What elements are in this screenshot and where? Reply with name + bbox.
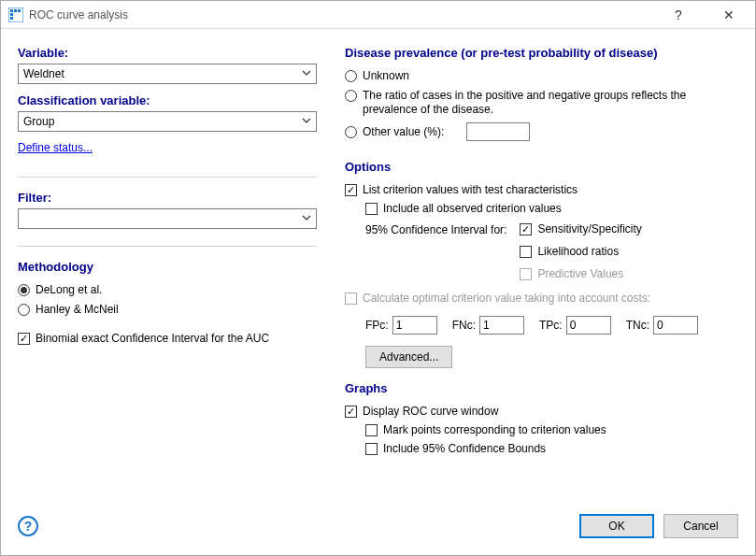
fpc-label: FPc: [365,319,389,332]
check-ci-pv [520,268,532,280]
ci-label: 95% Confidence Interval for: [365,222,506,236]
check-binomial-ci[interactable] [18,333,30,345]
prev-other-input[interactable] [466,122,530,141]
chevron-down-icon [301,212,312,223]
classvar-select[interactable]: Group [18,111,317,132]
options-label: Options [345,160,738,174]
check-display-roc[interactable] [345,406,357,418]
check-list-criterion[interactable] [345,184,357,196]
check-calc-optimal [345,292,357,305]
radio-prev-other[interactable] [345,126,357,138]
footer: ? OK Cancel [1,508,755,555]
radio-prev-ratio-label: The ratio of cases in the positive and n… [363,89,699,117]
tnc-input[interactable] [653,316,698,335]
filter-label: Filter: [18,191,317,205]
divider [18,177,317,178]
classvar-label: Classification variable: [18,93,317,107]
close-button[interactable]: ✕ [710,7,748,22]
check-ci-sens[interactable] [520,223,532,235]
check-ci-lr-label: Likelihood ratios [537,245,619,258]
graphs-label: Graphs [345,381,738,395]
titlebar: ROC curve analysis ? ✕ [1,1,755,29]
radio-prev-ratio[interactable] [345,90,357,102]
define-status-link[interactable]: Define status... [18,141,317,154]
check-display-roc-label: Display ROC curve window [363,405,498,418]
variable-value: Weldnet [23,67,64,80]
prevalence-label: Disease prevalence (or pre-test probabil… [345,46,738,60]
check-include-all[interactable] [365,203,378,215]
help-button[interactable]: ? [660,7,697,22]
radio-prev-unknown-label: Unknown [363,69,409,83]
methodology-label: Methodology [18,260,317,274]
check-mark-points-label: Mark points corresponding to criterion v… [383,423,606,436]
svg-rect-4 [10,13,13,16]
chevron-down-icon [301,67,312,78]
check-ci-sens-label: Sensitivity/Specificity [537,222,641,235]
fnc-input[interactable] [479,316,524,335]
check-binomial-ci-label: Binomial exact Confidence Interval for t… [36,332,269,345]
filter-select[interactable] [18,208,317,229]
check-include-ci-bounds[interactable] [365,443,378,455]
variable-select[interactable]: Weldnet [18,64,317,84]
svg-rect-3 [18,9,21,12]
check-list-criterion-label: List criterion values with test characte… [363,183,578,196]
help-icon[interactable]: ? [18,516,38,536]
ok-button[interactable]: OK [579,514,654,538]
dialog-window: ROC curve analysis ? ✕ Variable: Weldnet… [0,0,756,556]
tnc-label: TNc: [626,319,649,332]
fnc-label: FNc: [452,319,476,332]
svg-rect-5 [10,17,13,20]
radio-prev-other-label: Other value (%): [363,125,444,139]
variable-label: Variable: [18,46,317,60]
chevron-down-icon [301,115,312,126]
classvar-value: Group [23,115,54,128]
tpc-input[interactable] [566,316,611,335]
check-calc-optimal-label: Calculate optimal criterion value taking… [363,292,650,305]
fpc-input[interactable] [392,316,437,335]
check-ci-lr[interactable] [520,246,532,258]
app-icon [8,7,23,22]
check-ci-pv-label: Predictive Values [537,267,623,280]
radio-prev-unknown[interactable] [345,70,357,82]
svg-rect-1 [10,9,13,12]
cancel-button[interactable]: Cancel [663,514,738,538]
tpc-label: TPc: [539,319,563,332]
radio-delong[interactable] [18,284,30,296]
advanced-button[interactable]: Advanced... [365,346,452,368]
radio-hanley[interactable] [18,304,30,316]
titlebar-title: ROC curve analysis [29,8,660,21]
radio-delong-label: DeLong et al. [36,283,102,297]
svg-rect-2 [14,9,17,12]
divider [18,246,317,247]
check-include-ci-bounds-label: Include 95% Confidence Bounds [383,442,546,455]
radio-hanley-label: Hanley & McNeil [36,303,119,317]
check-mark-points[interactable] [365,424,378,436]
check-include-all-label: Include all observed criterion values [383,202,562,215]
